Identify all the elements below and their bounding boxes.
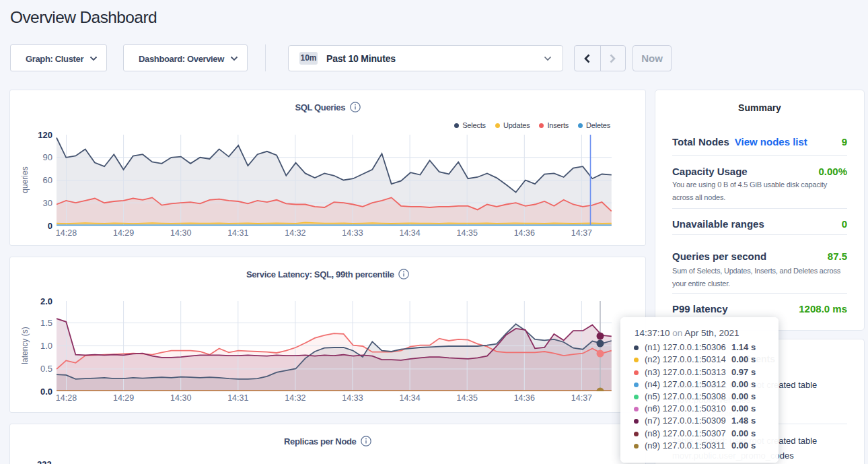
- svg-text:latency (s): latency (s): [20, 327, 30, 364]
- svg-text:14:31: 14:31: [227, 393, 248, 403]
- svg-text:60: 60: [43, 175, 52, 185]
- svg-text:0: 0: [48, 221, 52, 231]
- svg-text:14:34: 14:34: [399, 228, 420, 238]
- svg-text:14:31: 14:31: [227, 228, 248, 238]
- svg-text:queries: queries: [20, 166, 30, 193]
- svg-text:14:28: 14:28: [56, 228, 77, 238]
- svg-text:14:28: 14:28: [56, 393, 77, 403]
- svg-text:14:29: 14:29: [113, 228, 134, 238]
- svg-text:14:37: 14:37: [571, 393, 592, 403]
- svg-text:14:32: 14:32: [285, 228, 305, 238]
- svg-text:14:33: 14:33: [342, 228, 363, 238]
- svg-text:14:33: 14:33: [342, 393, 363, 403]
- svg-text:0.0: 0.0: [40, 387, 52, 397]
- svg-text:14:36: 14:36: [514, 228, 535, 238]
- svg-text:14:30: 14:30: [170, 393, 191, 403]
- svg-text:0.5: 0.5: [40, 364, 52, 374]
- svg-text:14:37: 14:37: [571, 228, 592, 238]
- svg-text:120: 120: [38, 130, 52, 140]
- svg-text:14:29: 14:29: [113, 393, 134, 403]
- svg-text:14:35: 14:35: [457, 393, 478, 403]
- svg-text:14:34: 14:34: [399, 393, 420, 403]
- svg-text:14:36: 14:36: [514, 393, 535, 403]
- svg-text:2.0: 2.0: [40, 296, 52, 306]
- svg-text:30: 30: [43, 198, 52, 208]
- svg-text:90: 90: [43, 152, 52, 162]
- svg-text:1.5: 1.5: [40, 318, 52, 328]
- svg-text:14:30: 14:30: [170, 228, 191, 238]
- svg-text:14:32: 14:32: [285, 393, 305, 403]
- svg-text:1.0: 1.0: [40, 341, 52, 351]
- svg-text:14:35: 14:35: [457, 228, 478, 238]
